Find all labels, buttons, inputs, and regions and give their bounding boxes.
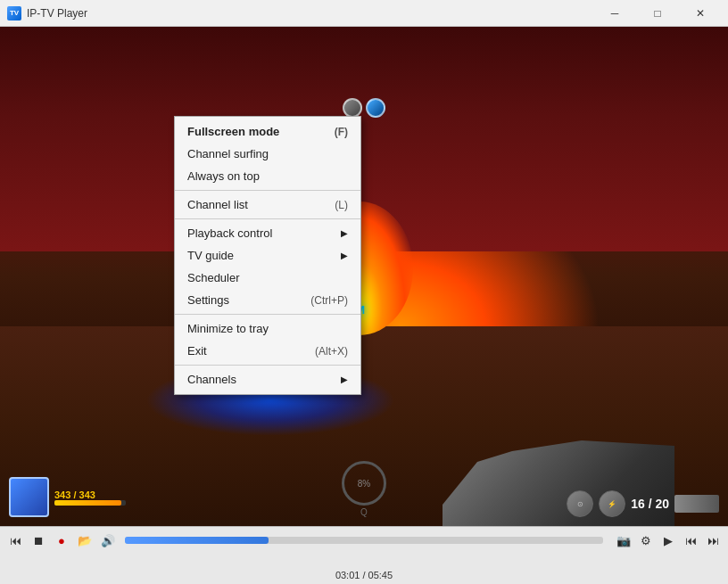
- titlebar-controls: ─ □ ✕: [594, 0, 721, 27]
- progress-bar-fill: [125, 537, 269, 544]
- settings-button[interactable]: ⚙: [636, 531, 656, 550]
- menu-item-channel-list-label: Channel list: [187, 198, 248, 211]
- menu-item-channels-arrow: ▶: [341, 374, 348, 384]
- menu-item-exit-shortcut: (Alt+X): [315, 345, 348, 358]
- titlebar: TV IP-TV Player ─ □ ✕: [0, 0, 728, 27]
- game-icons: [343, 98, 385, 118]
- menu-item-channels[interactable]: Channels ▶: [175, 368, 360, 391]
- hud-right: ⊙ ⚡ 16 / 20: [567, 490, 719, 517]
- hud-ability-icon-1: ⊙: [567, 490, 593, 517]
- menu-item-tv-guide-arrow: ▶: [341, 251, 348, 260]
- stop-button[interactable]: ⏹: [29, 531, 48, 550]
- video-background: +100 ARMOR FROM 343 / 343 8% Q: [0, 27, 728, 526]
- hud-percent: 8%: [358, 479, 370, 489]
- hud-health: 343 / 343: [54, 489, 126, 500]
- menu-item-always-on-top-label: Always on top: [187, 169, 260, 183]
- progress-bar[interactable]: [125, 537, 603, 544]
- skip-fwd-button[interactable]: ⏭: [703, 531, 723, 550]
- menu-item-exit[interactable]: Exit (Alt+X): [175, 340, 360, 362]
- menu-item-scheduler-label: Scheduler: [187, 271, 240, 284]
- menu-item-settings-shortcut: (Ctrl+P): [310, 294, 348, 307]
- menu-item-exit-label: Exit: [187, 344, 207, 358]
- menu-item-minimize-tray-label: Minimize to tray: [187, 322, 269, 335]
- menu-item-playback-control[interactable]: Playback control ▶: [175, 222, 360, 244]
- hud-ability-icon-2: ⚡: [599, 490, 625, 517]
- play-button[interactable]: ▶: [658, 531, 678, 550]
- hud-bottom-center: 8% Q: [342, 461, 386, 517]
- close-button[interactable]: ✕: [680, 0, 721, 27]
- skip-back-button[interactable]: ⏮: [681, 531, 700, 550]
- video-area: +100 ARMOR FROM 343 / 343 8% Q: [0, 27, 728, 526]
- minimize-button[interactable]: ─: [594, 0, 635, 27]
- menu-item-channels-label: Channels: [187, 373, 236, 386]
- menu-item-always-on-top[interactable]: Always on top: [175, 165, 360, 187]
- toolbar: ⏮ ⏹ ● 📂 🔊 📷 ⚙ ▶ ⏮ ⏭ 03:01 / 05:45: [0, 526, 728, 584]
- game-icon-char: [366, 98, 385, 118]
- toolbar-controls: ⏮ ⏹ ● 📂 🔊 📷 ⚙ ▶ ⏮ ⏭: [5, 531, 723, 550]
- separator-4: [175, 365, 360, 366]
- menu-item-tv-guide-label: TV guide: [187, 249, 234, 262]
- record-button[interactable]: ●: [52, 531, 71, 550]
- open-button[interactable]: 📂: [75, 531, 95, 550]
- menu-item-fullscreen-label: Fullscreen mode: [187, 125, 279, 138]
- toolbar-right-icons: 📷 ⚙ ▶ ⏮ ⏭: [614, 531, 723, 550]
- menu-item-tv-guide[interactable]: TV guide ▶: [175, 244, 360, 267]
- menu-item-channel-surfing[interactable]: Channel surfing: [175, 143, 360, 165]
- menu-item-channel-list[interactable]: Channel list (L): [175, 193, 360, 216]
- separator-1: [175, 190, 360, 191]
- separator-3: [175, 314, 360, 315]
- menu-item-playback-control-label: Playback control: [187, 226, 272, 240]
- separator-2: [175, 218, 360, 219]
- app-title: IP-TV Player: [27, 7, 87, 20]
- hud-weapon-icon: [674, 495, 719, 513]
- menu-item-scheduler[interactable]: Scheduler: [175, 267, 360, 289]
- menu-item-fullscreen[interactable]: Fullscreen mode (F): [175, 120, 360, 143]
- menu-item-settings[interactable]: Settings (Ctrl+P): [175, 289, 360, 311]
- maximize-button[interactable]: □: [637, 0, 678, 27]
- time-display: 03:01 / 05:45: [5, 570, 723, 580]
- hud-bottom-left: 343 / 343: [9, 477, 126, 517]
- hud-circle-indicator: 8%: [342, 461, 386, 506]
- menu-item-channel-list-shortcut: (L): [335, 199, 348, 211]
- volume-button[interactable]: 🔊: [98, 531, 118, 550]
- hud-avatar: [9, 477, 49, 517]
- titlebar-left: TV IP-TV Player: [7, 6, 87, 21]
- game-icon-lock: [343, 98, 362, 118]
- context-menu: Fullscreen mode (F) Channel surfing Alwa…: [174, 116, 361, 395]
- menu-item-channel-surfing-label: Channel surfing: [187, 147, 269, 160]
- hud-ammo-count: 16 / 20: [631, 497, 669, 511]
- screenshot-button[interactable]: 📷: [614, 531, 633, 550]
- hud-health-bar: [54, 500, 126, 506]
- prev-button[interactable]: ⏮: [5, 531, 25, 550]
- menu-item-playback-arrow: ▶: [341, 228, 348, 238]
- hud-label-q: Q: [342, 507, 386, 517]
- app-icon: TV: [7, 6, 21, 21]
- menu-item-fullscreen-shortcut: (F): [335, 126, 348, 138]
- hud-health-bar-fill: [54, 500, 121, 506]
- menu-item-minimize-tray[interactable]: Minimize to tray: [175, 317, 360, 340]
- menu-item-settings-label: Settings: [187, 293, 229, 307]
